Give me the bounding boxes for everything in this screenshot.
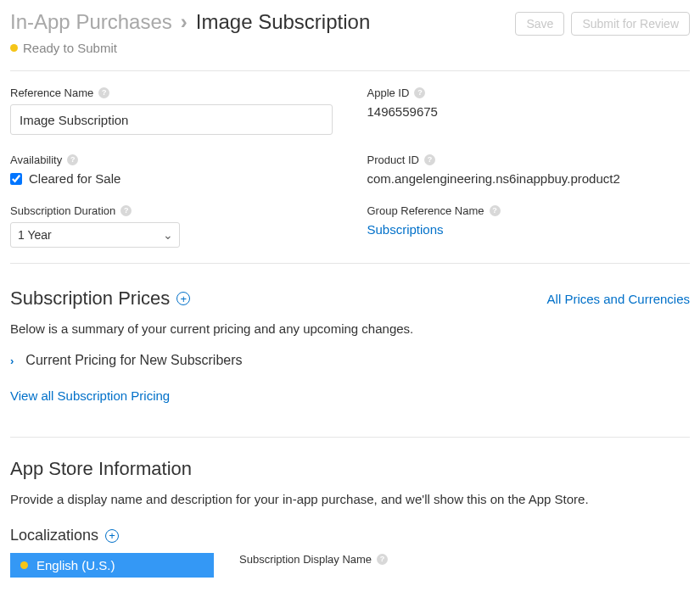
product-id-field: Product ID ? com.angelengineering.ns6ina…: [367, 154, 691, 186]
apple-id-field: Apple ID ? 1496559675: [367, 87, 691, 135]
breadcrumb: In-App Purchases › Image Subscription: [10, 10, 370, 34]
group-reference-field: Group Reference Name ? Subscriptions: [367, 204, 691, 248]
divider: [10, 437, 690, 438]
help-icon[interactable]: ?: [424, 154, 435, 165]
help-icon[interactable]: ?: [377, 554, 388, 565]
help-icon[interactable]: ?: [414, 87, 425, 98]
reference-name-label: Reference Name: [10, 87, 93, 99]
help-icon[interactable]: ?: [120, 205, 132, 216]
status-label: Ready to Submit: [23, 41, 117, 55]
help-icon[interactable]: ?: [67, 154, 78, 165]
divider: [10, 70, 690, 71]
help-icon[interactable]: ?: [490, 205, 501, 216]
product-id-label: Product ID: [367, 154, 419, 166]
current-pricing-label: Current Pricing for New Subscribers: [25, 353, 242, 368]
apple-id-label: Apple ID: [367, 87, 410, 99]
reference-name-field: Reference Name ?: [10, 87, 333, 135]
status-indicator: Ready to Submit: [10, 41, 690, 55]
product-id-value: com.angelengineering.ns6inappbuy.product…: [367, 171, 691, 186]
status-dot-icon: [10, 44, 18, 52]
group-ref-label: Group Reference Name: [367, 204, 484, 217]
divider: [10, 263, 690, 264]
cleared-for-sale-label: Cleared for Sale: [29, 171, 120, 186]
breadcrumb-parent[interactable]: In-App Purchases: [10, 10, 172, 34]
status-dot-icon: [20, 561, 28, 569]
display-name-label: Subscription Display Name: [239, 553, 372, 566]
add-price-icon[interactable]: +: [176, 292, 190, 305]
all-prices-link[interactable]: All Prices and Currencies: [547, 292, 690, 306]
reference-name-input[interactable]: [10, 104, 333, 135]
app-store-desc: Provide a display name and description f…: [10, 492, 690, 506]
current-pricing-expander[interactable]: › Current Pricing for New Subscribers: [10, 353, 690, 368]
chevron-right-icon: ›: [10, 354, 14, 367]
apple-id-value: 1496559675: [367, 104, 691, 119]
app-store-info-title: App Store Information: [10, 458, 690, 480]
availability-field: Availability ? Cleared for Sale: [10, 154, 333, 186]
subscription-prices-title: Subscription Prices +: [10, 287, 190, 310]
add-localization-icon[interactable]: +: [105, 529, 119, 543]
save-button[interactable]: Save: [515, 12, 564, 36]
availability-label: Availability: [10, 154, 62, 166]
breadcrumb-current: Image Subscription: [196, 10, 370, 34]
submit-for-review-button[interactable]: Submit for Review: [571, 12, 690, 36]
localization-language-item[interactable]: English (U.S.): [10, 553, 214, 578]
chevron-right-icon: ›: [181, 10, 188, 34]
group-reference-link[interactable]: Subscriptions: [367, 222, 444, 237]
localizations-title: Localizations +: [10, 527, 690, 544]
subscription-duration-field: Subscription Duration ? 1 Year ⌄: [10, 204, 333, 248]
duration-label: Subscription Duration: [10, 204, 115, 217]
prices-summary-text: Below is a summary of your current prici…: [10, 321, 690, 336]
help-icon[interactable]: ?: [98, 87, 109, 98]
cleared-for-sale-checkbox[interactable]: [10, 173, 22, 185]
language-label: English (U.S.): [36, 558, 115, 572]
duration-select[interactable]: 1 Year: [10, 222, 180, 248]
view-all-pricing-link[interactable]: View all Subscription Pricing: [10, 388, 170, 403]
